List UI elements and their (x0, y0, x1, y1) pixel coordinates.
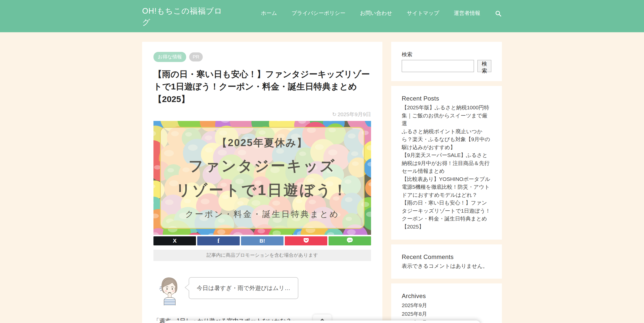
main-nav: ホーム プライバシーポリシー お問い合わせ サイトマップ 運営者情報 (261, 8, 502, 18)
nav-item-privacy-policy[interactable]: プライバシーポリシー (292, 10, 345, 17)
search-input[interactable] (402, 60, 474, 72)
nav-item-operator-info[interactable]: 運営者情報 (454, 10, 480, 17)
share-hatena-button[interactable]: B! (241, 236, 284, 245)
facebook-icon: f (217, 237, 219, 244)
article-card: お得な情報 PR 【雨の日・寒い日も安心！】ファンタジーキッズリゾートで1日遊ぼ… (142, 42, 382, 323)
recent-posts-widget: Recent Posts 【2025年版】ふるさと納税1000円特集｜ご飯のお供… (391, 86, 502, 240)
recent-post-link[interactable]: ふるさと納税ポイント廃止いつから？楽天・ふるなびも対象【9月中の駆け込みがおすす… (402, 127, 491, 151)
line-icon: LINE (346, 237, 353, 245)
share-x-button[interactable]: X (153, 236, 196, 245)
x-icon: X (173, 238, 177, 244)
tag-row: お得な情報 PR (153, 52, 371, 62)
site-title[interactable]: OH!もちこの福福ブログ (142, 6, 230, 28)
recent-posts-list: 【2025年版】ふるさと納税1000円特集｜ご飯のお供からスイーツまで厳選 ふる… (402, 104, 491, 231)
archives-list: 2025年9月 2025年8月 2025年7月 2025年6月 2025年5月 … (402, 301, 491, 323)
search-widget: 検索 検索 (391, 42, 502, 81)
featured-title-line1: ファンタジーキッズ (188, 156, 336, 176)
nav-item-contact[interactable]: お問い合わせ (360, 10, 392, 17)
avatar (156, 276, 182, 305)
recent-posts-title: Recent Posts (402, 95, 491, 102)
share-line-button[interactable]: LINE (329, 236, 371, 245)
archives-widget: Archives 2025年9月 2025年8月 2025年7月 2025年6月… (391, 283, 502, 323)
featured-badge: 【2025年夏休み】 (217, 136, 308, 150)
nav-item-sitemap[interactable]: サイトマップ (407, 10, 439, 17)
recent-post-link[interactable]: 【雨の日・寒い日も安心！】ファンタジーキッズリゾートで1日遊ぼう！クーポン・料金… (402, 199, 491, 231)
pocket-icon (303, 237, 309, 244)
conversation-block: 今日は暑すぎ・雨で外遊びはムリ… (153, 276, 371, 305)
bottom-banner (164, 320, 480, 323)
archives-title: Archives (402, 293, 491, 300)
nav-item-home[interactable]: ホーム (261, 10, 277, 17)
recent-comments-title: Recent Comments (402, 253, 491, 261)
pr-tag[interactable]: PR (189, 52, 203, 61)
recent-post-link[interactable]: 【2025年版】ふるさと納税1000円特集｜ご飯のお供からスイーツまで厳選 (402, 104, 491, 127)
site-header: OH!もちこの福福ブログ ホーム プライバシーポリシー お問い合わせ サイトマッ… (0, 0, 644, 32)
sidebar: 検索 検索 Recent Posts 【2025年版】ふるさと納税1000円特集… (391, 42, 502, 323)
category-tag[interactable]: お得な情報 (153, 52, 186, 62)
archive-link[interactable]: 2025年9月 (402, 301, 491, 310)
svg-text:LINE: LINE (348, 239, 351, 241)
search-widget-label: 検索 (402, 51, 491, 58)
refresh-icon: ↻ (332, 111, 337, 117)
featured-title-line2: リゾートで1日遊ぼう！ (176, 180, 348, 200)
recent-comments-empty: 表示できるコメントはありません。 (402, 263, 491, 270)
recent-comments-widget: Recent Comments 表示できるコメントはありません。 (391, 244, 502, 279)
post-title: 【雨の日・寒い日も安心！】ファンタジーキッズリゾートで1日遊ぼう！クーポン・料金… (153, 68, 371, 105)
archive-link[interactable]: 2025年8月 (402, 310, 491, 318)
hatena-icon: B! (259, 238, 265, 244)
promo-notice: 記事内に商品プロモーションを含む場合があります (153, 250, 371, 261)
recent-post-link[interactable]: 【比較表あり】YOSHINOポータブル電源5機種を徹底比較！防災・アウトドアにお… (402, 175, 491, 199)
featured-image: 【2025年夏休み】 ファンタジーキッズ リゾートで1日遊ぼう！ クーポン・料金… (153, 121, 371, 235)
search-icon[interactable] (495, 10, 502, 18)
search-button[interactable]: 検索 (477, 60, 491, 72)
featured-subtitle: クーポン・料金・誕生日特典まとめ (185, 209, 339, 220)
featured-image-text-panel: 【2025年夏休み】 ファンタジーキッズ リゾートで1日遊ぼう！ クーポン・料金… (160, 127, 365, 229)
share-pocket-button[interactable] (285, 236, 327, 245)
post-date-row: ↻ 2025年9月9日 (153, 111, 371, 118)
share-row: X f B! (153, 236, 371, 245)
speech-bubble: 今日は暑すぎ・雨で外遊びはムリ… (189, 277, 298, 299)
post-date: 2025年9月9日 (338, 111, 371, 118)
speech-bubble-text: 今日は暑すぎ・雨で外遊びはムリ… (189, 277, 298, 299)
recent-post-link[interactable]: 【9月楽天スーパーSALE】ふるさと納税は9月中がお得！注目商品＆先行セール情報… (402, 151, 491, 175)
share-facebook-button[interactable]: f (197, 236, 240, 245)
